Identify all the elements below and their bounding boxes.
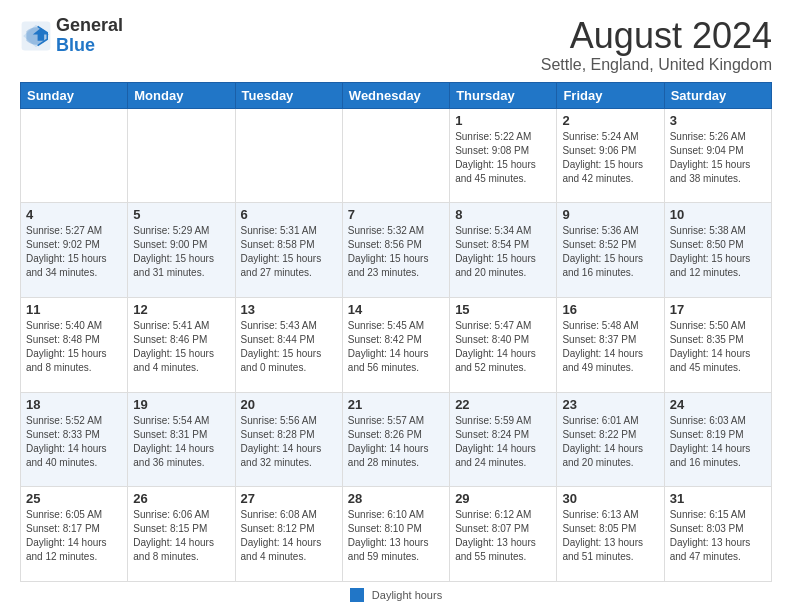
calendar-week-0: 1Sunrise: 5:22 AM Sunset: 9:08 PM Daylig… bbox=[21, 108, 772, 203]
title-block: August 2024 Settle, England, United King… bbox=[541, 16, 772, 74]
day-info: Sunrise: 5:50 AM Sunset: 8:35 PM Dayligh… bbox=[670, 319, 766, 375]
day-info: Sunrise: 6:15 AM Sunset: 8:03 PM Dayligh… bbox=[670, 508, 766, 564]
calendar-table: SundayMondayTuesdayWednesdayThursdayFrid… bbox=[20, 82, 772, 582]
day-info: Sunrise: 5:36 AM Sunset: 8:52 PM Dayligh… bbox=[562, 224, 658, 280]
day-info: Sunrise: 5:45 AM Sunset: 8:42 PM Dayligh… bbox=[348, 319, 444, 375]
logo-text: General Blue bbox=[56, 16, 123, 56]
calendar-cell bbox=[235, 108, 342, 203]
calendar-header-wednesday: Wednesday bbox=[342, 82, 449, 108]
calendar-cell: 29Sunrise: 6:12 AM Sunset: 8:07 PM Dayli… bbox=[450, 487, 557, 582]
calendar-cell: 25Sunrise: 6:05 AM Sunset: 8:17 PM Dayli… bbox=[21, 487, 128, 582]
calendar-cell: 9Sunrise: 5:36 AM Sunset: 8:52 PM Daylig… bbox=[557, 203, 664, 298]
day-info: Sunrise: 5:32 AM Sunset: 8:56 PM Dayligh… bbox=[348, 224, 444, 280]
day-info: Sunrise: 5:54 AM Sunset: 8:31 PM Dayligh… bbox=[133, 414, 229, 470]
calendar-header-sunday: Sunday bbox=[21, 82, 128, 108]
logo-line2: Blue bbox=[56, 36, 123, 56]
day-number: 10 bbox=[670, 207, 766, 222]
footer: Daylight hours bbox=[20, 588, 772, 602]
day-number: 24 bbox=[670, 397, 766, 412]
day-number: 27 bbox=[241, 491, 337, 506]
day-info: Sunrise: 5:57 AM Sunset: 8:26 PM Dayligh… bbox=[348, 414, 444, 470]
calendar-cell: 24Sunrise: 6:03 AM Sunset: 8:19 PM Dayli… bbox=[664, 392, 771, 487]
day-info: Sunrise: 6:12 AM Sunset: 8:07 PM Dayligh… bbox=[455, 508, 551, 564]
calendar-cell: 18Sunrise: 5:52 AM Sunset: 8:33 PM Dayli… bbox=[21, 392, 128, 487]
calendar-cell: 19Sunrise: 5:54 AM Sunset: 8:31 PM Dayli… bbox=[128, 392, 235, 487]
calendar-cell: 7Sunrise: 5:32 AM Sunset: 8:56 PM Daylig… bbox=[342, 203, 449, 298]
day-info: Sunrise: 6:08 AM Sunset: 8:12 PM Dayligh… bbox=[241, 508, 337, 564]
calendar-cell bbox=[342, 108, 449, 203]
day-info: Sunrise: 5:43 AM Sunset: 8:44 PM Dayligh… bbox=[241, 319, 337, 375]
day-info: Sunrise: 5:48 AM Sunset: 8:37 PM Dayligh… bbox=[562, 319, 658, 375]
day-number: 3 bbox=[670, 113, 766, 128]
day-number: 17 bbox=[670, 302, 766, 317]
page: General Blue August 2024 Settle, England… bbox=[0, 0, 792, 612]
calendar-week-2: 11Sunrise: 5:40 AM Sunset: 8:48 PM Dayli… bbox=[21, 297, 772, 392]
day-info: Sunrise: 5:47 AM Sunset: 8:40 PM Dayligh… bbox=[455, 319, 551, 375]
day-number: 31 bbox=[670, 491, 766, 506]
day-number: 6 bbox=[241, 207, 337, 222]
day-info: Sunrise: 6:10 AM Sunset: 8:10 PM Dayligh… bbox=[348, 508, 444, 564]
subtitle: Settle, England, United Kingdom bbox=[541, 56, 772, 74]
day-info: Sunrise: 5:24 AM Sunset: 9:06 PM Dayligh… bbox=[562, 130, 658, 186]
header: General Blue August 2024 Settle, England… bbox=[20, 16, 772, 74]
day-number: 9 bbox=[562, 207, 658, 222]
calendar-cell: 13Sunrise: 5:43 AM Sunset: 8:44 PM Dayli… bbox=[235, 297, 342, 392]
day-info: Sunrise: 6:05 AM Sunset: 8:17 PM Dayligh… bbox=[26, 508, 122, 564]
calendar-header-thursday: Thursday bbox=[450, 82, 557, 108]
calendar-cell: 11Sunrise: 5:40 AM Sunset: 8:48 PM Dayli… bbox=[21, 297, 128, 392]
calendar-cell: 21Sunrise: 5:57 AM Sunset: 8:26 PM Dayli… bbox=[342, 392, 449, 487]
logo-icon bbox=[20, 20, 52, 52]
day-info: Sunrise: 6:03 AM Sunset: 8:19 PM Dayligh… bbox=[670, 414, 766, 470]
calendar-week-1: 4Sunrise: 5:27 AM Sunset: 9:02 PM Daylig… bbox=[21, 203, 772, 298]
day-number: 8 bbox=[455, 207, 551, 222]
day-info: Sunrise: 5:27 AM Sunset: 9:02 PM Dayligh… bbox=[26, 224, 122, 280]
calendar-cell: 20Sunrise: 5:56 AM Sunset: 8:28 PM Dayli… bbox=[235, 392, 342, 487]
day-number: 13 bbox=[241, 302, 337, 317]
day-info: Sunrise: 5:41 AM Sunset: 8:46 PM Dayligh… bbox=[133, 319, 229, 375]
calendar-cell: 2Sunrise: 5:24 AM Sunset: 9:06 PM Daylig… bbox=[557, 108, 664, 203]
calendar-header-saturday: Saturday bbox=[664, 82, 771, 108]
day-number: 4 bbox=[26, 207, 122, 222]
daylight-legend-box bbox=[350, 588, 364, 602]
day-info: Sunrise: 5:31 AM Sunset: 8:58 PM Dayligh… bbox=[241, 224, 337, 280]
day-number: 5 bbox=[133, 207, 229, 222]
day-info: Sunrise: 5:38 AM Sunset: 8:50 PM Dayligh… bbox=[670, 224, 766, 280]
logo: General Blue bbox=[20, 16, 123, 56]
calendar-cell: 23Sunrise: 6:01 AM Sunset: 8:22 PM Dayli… bbox=[557, 392, 664, 487]
calendar-cell: 22Sunrise: 5:59 AM Sunset: 8:24 PM Dayli… bbox=[450, 392, 557, 487]
calendar-cell bbox=[128, 108, 235, 203]
day-info: Sunrise: 6:01 AM Sunset: 8:22 PM Dayligh… bbox=[562, 414, 658, 470]
calendar-cell: 14Sunrise: 5:45 AM Sunset: 8:42 PM Dayli… bbox=[342, 297, 449, 392]
day-number: 12 bbox=[133, 302, 229, 317]
day-number: 21 bbox=[348, 397, 444, 412]
calendar-cell: 15Sunrise: 5:47 AM Sunset: 8:40 PM Dayli… bbox=[450, 297, 557, 392]
calendar-cell: 28Sunrise: 6:10 AM Sunset: 8:10 PM Dayli… bbox=[342, 487, 449, 582]
day-number: 11 bbox=[26, 302, 122, 317]
main-title: August 2024 bbox=[541, 16, 772, 56]
calendar-cell: 17Sunrise: 5:50 AM Sunset: 8:35 PM Dayli… bbox=[664, 297, 771, 392]
day-number: 15 bbox=[455, 302, 551, 317]
calendar-header-tuesday: Tuesday bbox=[235, 82, 342, 108]
day-info: Sunrise: 6:13 AM Sunset: 8:05 PM Dayligh… bbox=[562, 508, 658, 564]
day-number: 26 bbox=[133, 491, 229, 506]
day-number: 7 bbox=[348, 207, 444, 222]
logo-line1: General bbox=[56, 16, 123, 36]
calendar-week-4: 25Sunrise: 6:05 AM Sunset: 8:17 PM Dayli… bbox=[21, 487, 772, 582]
day-number: 29 bbox=[455, 491, 551, 506]
calendar-cell: 6Sunrise: 5:31 AM Sunset: 8:58 PM Daylig… bbox=[235, 203, 342, 298]
day-info: Sunrise: 5:40 AM Sunset: 8:48 PM Dayligh… bbox=[26, 319, 122, 375]
calendar-cell: 1Sunrise: 5:22 AM Sunset: 9:08 PM Daylig… bbox=[450, 108, 557, 203]
day-number: 16 bbox=[562, 302, 658, 317]
calendar-cell: 4Sunrise: 5:27 AM Sunset: 9:02 PM Daylig… bbox=[21, 203, 128, 298]
day-info: Sunrise: 5:59 AM Sunset: 8:24 PM Dayligh… bbox=[455, 414, 551, 470]
day-number: 18 bbox=[26, 397, 122, 412]
day-info: Sunrise: 5:52 AM Sunset: 8:33 PM Dayligh… bbox=[26, 414, 122, 470]
day-number: 28 bbox=[348, 491, 444, 506]
day-number: 1 bbox=[455, 113, 551, 128]
calendar-cell: 8Sunrise: 5:34 AM Sunset: 8:54 PM Daylig… bbox=[450, 203, 557, 298]
day-number: 22 bbox=[455, 397, 551, 412]
day-number: 19 bbox=[133, 397, 229, 412]
calendar-cell: 16Sunrise: 5:48 AM Sunset: 8:37 PM Dayli… bbox=[557, 297, 664, 392]
calendar-cell: 26Sunrise: 6:06 AM Sunset: 8:15 PM Dayli… bbox=[128, 487, 235, 582]
day-number: 20 bbox=[241, 397, 337, 412]
